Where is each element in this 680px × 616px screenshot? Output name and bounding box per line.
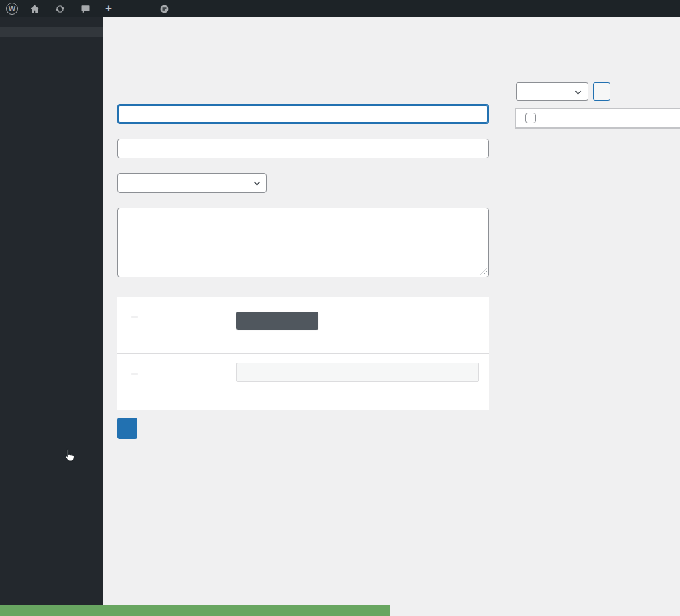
forms-menu[interactable] xyxy=(153,0,178,17)
chevron-down-icon xyxy=(575,89,582,96)
add-new-writers-name-button[interactable] xyxy=(117,418,137,439)
plus-icon: + xyxy=(105,2,112,15)
writer-image-name-value xyxy=(131,316,138,318)
site-name-link[interactable] xyxy=(24,0,49,17)
choose-media-button[interactable] xyxy=(236,312,318,330)
wordpress-menu[interactable]: W xyxy=(0,0,24,17)
resources-article-submenu xyxy=(0,27,103,37)
wp-engine-quick-links[interactable] xyxy=(125,0,137,17)
wp-rocket-menu[interactable] xyxy=(141,0,153,17)
new-content-menu[interactable]: + xyxy=(100,0,121,17)
update-icon xyxy=(55,4,65,14)
custom-fields-panel xyxy=(117,297,489,410)
mouse-cursor-hand xyxy=(63,448,76,463)
terms-table xyxy=(515,108,680,129)
updates-indicator[interactable] xyxy=(49,0,74,17)
comments-indicator[interactable] xyxy=(74,0,100,17)
home-icon xyxy=(30,4,40,14)
name-input[interactable] xyxy=(117,104,489,124)
writer-work-input[interactable] xyxy=(236,363,479,382)
apply-button[interactable] xyxy=(593,82,610,101)
add-term-form xyxy=(117,87,489,440)
terms-list-column xyxy=(515,17,680,616)
page-title xyxy=(103,17,515,33)
resize-grip-icon[interactable] xyxy=(480,268,487,275)
gravity-forms-icon xyxy=(159,4,169,14)
slug-input[interactable] xyxy=(117,139,489,158)
admin-sidebar xyxy=(0,17,103,616)
parent-select[interactable] xyxy=(117,173,267,193)
select-all-checkbox[interactable] xyxy=(525,113,536,123)
admin-bar: W + xyxy=(0,0,680,17)
writer-work-name-value xyxy=(131,373,138,375)
main-content xyxy=(103,17,515,616)
table-header-row xyxy=(516,109,680,128)
writer-work-field xyxy=(117,353,489,410)
link-preview-status-bar xyxy=(0,605,390,616)
bulk-actions-select[interactable] xyxy=(516,82,588,101)
wordpress-logo-icon: W xyxy=(6,3,18,15)
comment-icon xyxy=(80,4,90,14)
writer-image-field xyxy=(117,297,489,353)
description-textarea[interactable] xyxy=(117,208,489,277)
